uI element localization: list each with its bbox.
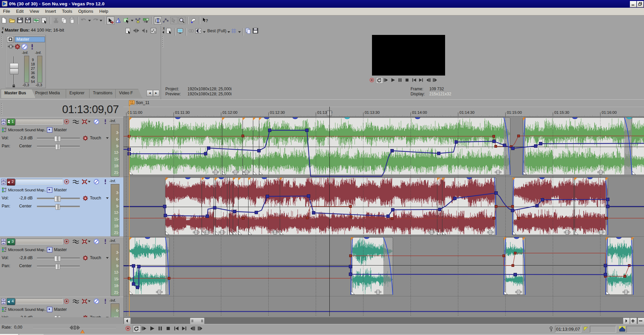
menu-view[interactable]: View [26, 8, 42, 15]
mute-button[interactable] [94, 179, 99, 185]
automation-settings-button[interactable] [162, 16, 170, 25]
save-snapshot-icon[interactable] [252, 28, 260, 34]
preview-loop-button[interactable] [376, 77, 383, 84]
input-routing-icon[interactable] [1, 127, 7, 133]
plugin-chain-icon[interactable] [7, 43, 14, 50]
volume-slider[interactable] [37, 138, 80, 139]
arm-record-button[interactable] [64, 179, 69, 184]
go-to-end-button[interactable] [181, 325, 189, 333]
new-project-button[interactable] [0, 16, 8, 25]
automation-gear-icon[interactable] [83, 195, 88, 201]
master-bus-grip[interactable] [1, 35, 3, 48]
undo-arrow-icon[interactable] [88, 16, 91, 25]
track-fx-button[interactable] [82, 239, 88, 244]
input-device-label[interactable]: Microsoft Sound Map... [8, 247, 47, 252]
split-screen-icon[interactable] [188, 28, 195, 34]
envelope-button[interactable] [72, 119, 79, 124]
tab-video-f[interactable]: Video F [115, 89, 142, 98]
bus-label[interactable]: Master [54, 307, 67, 312]
redo-button[interactable] [92, 16, 99, 25]
track-view[interactable]: 01:11:0001:11:3001:12:0001:12:3001:13:00… [123, 100, 644, 318]
selection-arrow-icon[interactable] [130, 16, 134, 25]
automation-dropdown-arrow[interactable] [106, 197, 109, 200]
envelope-button[interactable] [72, 239, 79, 244]
bus-button[interactable] [47, 307, 52, 312]
automation-dropdown-arrow[interactable] [106, 137, 109, 140]
mute-button[interactable] [94, 239, 99, 244]
input-device-label[interactable]: Microsoft Sound Map... [8, 307, 47, 312]
lock-envelopes-button[interactable] [134, 16, 142, 25]
preview-go-to-end-button[interactable] [418, 77, 425, 84]
track-maximize-button[interactable] [1, 182, 6, 185]
pan-slider[interactable] [37, 146, 80, 147]
stop-button[interactable] [165, 325, 173, 333]
quality-dropdown-arrow[interactable] [203, 28, 206, 36]
master-name-field[interactable]: Master [15, 37, 45, 42]
tool-envelope-button[interactable] [115, 16, 122, 25]
tab-transitions[interactable]: Transitions [89, 89, 119, 98]
copy-button[interactable] [60, 16, 68, 25]
tool-gray-button[interactable] [170, 16, 178, 25]
preview-prev-frame-button[interactable] [425, 77, 432, 84]
tab-explorer[interactable]: Explorer [66, 89, 93, 98]
play-from-start-button[interactable] [141, 325, 149, 333]
tab-scroll-right[interactable]: ► [153, 90, 159, 96]
preview-play-button[interactable] [390, 77, 397, 84]
track-minimize-button[interactable] [1, 298, 6, 301]
preview-next-frame-button[interactable] [432, 77, 439, 84]
automation-dropdown-arrow[interactable] [106, 257, 109, 260]
track-name-field[interactable] [15, 179, 63, 185]
mute-icon[interactable] [21, 43, 28, 50]
snap-button[interactable] [154, 16, 162, 25]
pan-value[interactable]: Center [19, 264, 32, 268]
bus-label[interactable]: Master [54, 247, 67, 252]
toolection-button[interactable] [123, 16, 130, 25]
track-icon[interactable]: 1 [7, 118, 15, 126]
input-routing-icon[interactable] [1, 187, 7, 193]
paste-button[interactable] [68, 16, 76, 25]
quality-dropdown-arrow2[interactable] [227, 28, 230, 36]
pan-value[interactable]: Center [19, 204, 32, 208]
fx-dropdown-arrow[interactable] [88, 241, 91, 244]
menu-file[interactable]: File [0, 8, 13, 15]
cut-button[interactable] [52, 16, 60, 25]
track-maximize-button[interactable] [1, 242, 6, 245]
track-minimize-button[interactable] [1, 239, 6, 242]
solo-icon[interactable] [29, 43, 36, 50]
preview-quality-label[interactable]: Best (Full) [207, 29, 226, 33]
save-button[interactable] [16, 16, 24, 25]
automation-gear-icon[interactable] [83, 135, 88, 141]
preview-record-button[interactable] [369, 77, 376, 84]
grid-overlay-icon[interactable] [230, 28, 238, 34]
preview-stop-button[interactable] [404, 77, 411, 84]
track-icon[interactable]: 3 [7, 238, 15, 245]
master-button[interactable] [7, 36, 14, 43]
scroll-left-button[interactable] [124, 318, 131, 324]
envelope-button[interactable] [72, 299, 79, 304]
gear-icon[interactable] [14, 43, 21, 50]
solo-button[interactable] [104, 239, 107, 244]
menu-insert[interactable]: Insert [42, 8, 59, 15]
cursor-timecode-field[interactable]: 01:13:09,07 [555, 326, 581, 333]
undo-button[interactable] [80, 16, 88, 25]
go-to-start-button[interactable] [173, 325, 181, 333]
tab-scroll-left[interactable]: ◄ [147, 90, 153, 96]
track-name-field[interactable] [15, 298, 63, 304]
track-minimize-button[interactable] [1, 179, 6, 182]
track-maximize-button[interactable] [1, 122, 6, 125]
next-frame-button[interactable] [197, 325, 205, 333]
mute-button[interactable] [94, 298, 99, 304]
track-header-3[interactable]: 3 -Inf. 36912151821 [0, 237, 123, 296]
automation-gear-icon[interactable] [83, 255, 88, 261]
pan-slider[interactable] [37, 206, 80, 207]
tab-project-media[interactable]: Project Media [32, 89, 70, 98]
mute-button[interactable] [94, 119, 99, 125]
loop-button[interactable] [133, 325, 141, 333]
solo-button[interactable] [104, 119, 107, 125]
pause-button[interactable] [157, 325, 165, 333]
automation-mode-label[interactable]: Touch [90, 136, 101, 140]
preview-close-icon[interactable]: x [162, 27, 166, 31]
tool-normal-button[interactable] [107, 16, 114, 25]
fx-dropdown-arrow[interactable] [88, 181, 91, 184]
track-header-4[interactable]: 4 -Inf. 612 Microso [0, 297, 123, 318]
